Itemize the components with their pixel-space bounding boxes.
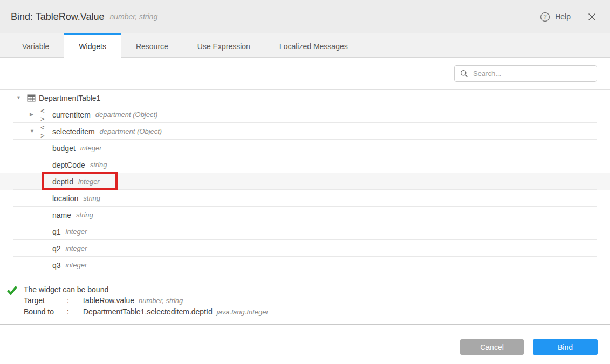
tree-item-q3[interactable]: q3integer [0,257,610,273]
status-row-separator: : [67,295,83,306]
status-row-separator: : [67,306,83,318]
status-row-value-text: tableRow.value [83,296,134,305]
tree-item-label: q2 [52,244,61,253]
tree-item-type: string [90,161,107,169]
dialog-header: Bind: TableRow.Value number, string ? He… [0,0,610,33]
tree-item-q1[interactable]: q1integer [0,223,610,240]
tree-item-q2[interactable]: q2integer [0,240,610,257]
tree-item-type: department (Object) [95,111,158,119]
tree-item-selecteditem[interactable]: ▼< >selecteditemdepartment (Object) [0,123,610,140]
dialog-title: Bind: TableRow.Value [11,11,104,23]
svg-text:?: ? [544,13,547,20]
status-row-value: tableRow.valuenumber, string [83,295,610,306]
tree-item-label: deptId [52,177,73,186]
code-icon: < > [40,123,49,140]
cancel-button[interactable]: Cancel [460,339,524,355]
status-row-value-type: number, string [139,297,183,305]
bind-button[interactable]: Bind [533,339,598,355]
tree-item-currentitem[interactable]: ▶< >currentItemdepartment (Object) [0,106,610,123]
search-icon [460,70,468,78]
search-row [0,58,610,89]
table-icon [27,94,36,102]
status-message: The widget can be bound [24,284,610,295]
tree-item-label: q1 [52,228,61,236]
tree-item-type: integer [80,144,102,152]
tab-bar: VariableWidgetsResourceUse ExpressionLoc… [0,33,610,58]
tree-item-label: q3 [52,261,61,270]
search-input[interactable] [472,69,591,78]
tree-item-type: department (Object) [100,127,162,135]
tree-item-type: string [76,211,93,219]
tab-resource[interactable]: Resource [121,33,183,57]
code-icon: < > [40,107,49,123]
help-circle-icon: ? [540,12,550,22]
status-row-label: Bound to [24,306,67,318]
tree-item-deptcode[interactable]: deptCodestring [0,156,610,173]
tab-widgets[interactable]: Widgets [64,33,121,58]
tree-item-location[interactable]: locationstring [0,190,610,207]
help-button[interactable]: ? Help [540,12,571,22]
status-rows: Target:tableRow.valuenumber, stringBound… [24,295,610,318]
status-row-value-type: java.lang.Integer [217,308,269,316]
close-button[interactable] [588,13,596,21]
tab-use-expression[interactable]: Use Expression [183,33,265,57]
tree-item-departmenttable1[interactable]: ▼DepartmentTable1 [0,90,610,106]
chevron-down-icon[interactable]: ▼ [30,129,36,134]
check-icon [6,285,18,297]
tree-item-type: integer [66,228,87,236]
search-box [454,65,597,82]
status-row-bound-to: Bound to:DepartmentTable1.selecteditem.d… [24,306,610,318]
widget-tree: ▼DepartmentTable1▶< >currentItemdepartme… [0,89,610,273]
tree-item-type: integer [66,244,87,252]
tree-item-label: name [52,211,71,219]
tab-localized-messages[interactable]: Localized Messages [265,33,362,57]
chevron-down-icon[interactable]: ▼ [16,95,23,100]
tree-item-budget[interactable]: budgetinteger [0,140,610,156]
tree-item-label: selecteditem [52,127,95,136]
dialog-subtitle: number, string [109,12,157,21]
chevron-right-icon[interactable]: ▶ [30,112,36,117]
binding-status-panel: The widget can be bound Target:tableRow.… [0,278,610,325]
header-actions: ? Help [540,12,596,22]
status-row-value: DepartmentTable1.selecteditem.deptIdjava… [83,306,610,318]
close-icon [588,13,596,21]
tree-item-type: integer [78,177,100,186]
tree-item-label: deptCode [52,161,85,169]
tree-item-label: currentItem [52,111,91,119]
status-row-label: Target [24,295,67,306]
help-label: Help [555,12,571,21]
tree-item-label: DepartmentTable1 [39,94,100,102]
tree-item-label: location [52,194,78,203]
tree-item-type: integer [66,261,87,269]
tab-variable[interactable]: Variable [8,33,64,57]
dialog-footer: Cancel Bind [0,325,610,355]
tree-item-deptid[interactable]: deptIdinteger [0,173,610,190]
tree-item-type: string [83,194,100,202]
tree-item-name[interactable]: namestring [0,207,610,223]
status-row-value-text: DepartmentTable1.selecteditem.deptId [83,307,213,316]
tree-item-label: budget [52,144,76,153]
status-row-target: Target:tableRow.valuenumber, string [24,295,610,306]
